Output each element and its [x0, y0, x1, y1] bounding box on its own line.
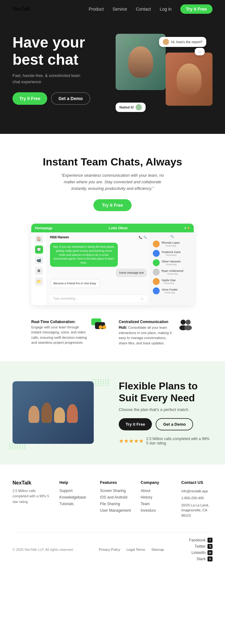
- hero-visuals: Hi, how's the report? ··· Nailed it!: [106, 34, 212, 115]
- navbar: NexTalk Product Service Contact Log in T…: [0, 0, 225, 18]
- nav-login[interactable]: Log in: [160, 7, 172, 12]
- hero-section: Have your best chat Fast, hassle-free, &…: [0, 18, 225, 134]
- svg-point-5: [186, 320, 191, 325]
- hero-headline: Have your best chat: [12, 34, 100, 68]
- svg-point-7: [184, 325, 192, 330]
- footer-help-col: Help Support Knowledgebase Tutorials: [59, 480, 91, 520]
- contact-6: Vince FowlerYesterday: [153, 287, 191, 294]
- slack-link[interactable]: Slack S: [197, 556, 212, 561]
- chat-ui-header: Homepage Lotte Oliver ⚙ 🔔: [31, 224, 194, 232]
- rating-text: 2.5 Million calls completed with a 98% 5…: [146, 437, 212, 445]
- feature-collaboration: Real-Time Collaboration: Engage with you…: [31, 318, 106, 346]
- chats-section: Instant Team Chats, Always "Experience s…: [0, 134, 225, 361]
- footer: NexTalk 2.5 Million calls completed with…: [0, 464, 225, 568]
- features-list: Real-Time Collaboration: Engage with you…: [31, 318, 194, 346]
- footer-phone: 1-800-200-400: [181, 495, 212, 501]
- footer-screen-sharing-link[interactable]: Screen Sharing: [100, 489, 131, 493]
- hero-images: Hi, how's the report? ··· Nailed it!: [106, 34, 212, 115]
- footer-company-col: Company About History Team Investors: [141, 480, 172, 520]
- linkedin-icon: in: [208, 550, 212, 555]
- plans-image-area: [12, 381, 106, 444]
- footer-support-link[interactable]: Support: [59, 489, 91, 493]
- legal-terms-link[interactable]: Legal Terms: [127, 548, 145, 551]
- plans-try-button[interactable]: Try it Free: [119, 418, 152, 430]
- footer-investors-link[interactable]: Investors: [141, 508, 172, 513]
- social-links: Facebook f Twitter 𝕏 LinkedIn in Slack S: [189, 538, 212, 561]
- avatar-4: [153, 269, 160, 276]
- footer-top: NexTalk 2.5 Million calls completed with…: [12, 480, 212, 520]
- chat-input-area: Type something... ▷: [50, 295, 147, 302]
- avatar-1: [153, 241, 160, 247]
- chats-try-button[interactable]: Try it Free: [93, 199, 132, 211]
- footer-logo: NexTalk: [12, 480, 50, 486]
- message-2: Some message text: [116, 269, 147, 277]
- feature1-text: Engage with your team through instant me…: [31, 325, 87, 345]
- footer-user-mgmt-link[interactable]: User Management: [100, 508, 131, 513]
- hero-typing-indicator: ···: [195, 48, 205, 55]
- hero-woman-image: [116, 34, 166, 90]
- badge-avatar: [136, 104, 142, 110]
- twitter-icon: 𝕏: [208, 544, 212, 549]
- linkedin-link[interactable]: LinkedIn in: [192, 550, 212, 555]
- sidebar-files-icon[interactable]: 📁: [35, 277, 43, 286]
- nav-try-button[interactable]: Try it Free: [180, 4, 212, 14]
- facebook-link[interactable]: Facebook f: [189, 538, 212, 543]
- avatar-3: [153, 259, 160, 266]
- collaboration-icon: [91, 318, 106, 333]
- facebook-icon: f: [208, 538, 212, 543]
- dot-decoration: [123, 37, 140, 46]
- plans-buttons: Try it Free Get a Demo: [119, 418, 212, 430]
- nav-contact[interactable]: Contact: [136, 7, 151, 12]
- plans-section: Flexible Plans to Suit Every Need Choose…: [0, 361, 225, 464]
- send-icon[interactable]: ▷: [141, 297, 144, 300]
- privacy-policy-link[interactable]: Privacy Policy: [99, 548, 120, 551]
- hero-subtext: Fast, hassle-free, & unrestricted team c…: [12, 73, 88, 85]
- avatar-2: [153, 250, 160, 257]
- twitter-link[interactable]: Twitter 𝕏: [195, 544, 212, 549]
- chat-user-label: Lotte Oliver: [109, 226, 128, 230]
- sitemap-link[interactable]: Sitemap: [151, 548, 164, 551]
- feature-hub: Centralized Communication Hub: Consolida…: [119, 318, 194, 346]
- nav-product[interactable]: Product: [89, 7, 104, 12]
- hero-content: Have your best chat Fast, hassle-free, &…: [12, 34, 100, 105]
- footer-history-link[interactable]: History: [141, 495, 172, 499]
- chat-left-sidebar: 🏠 💬 📹 ⚙ 📁: [31, 232, 47, 305]
- linkedin-label: LinkedIn: [192, 550, 206, 555]
- slack-icon: S: [208, 556, 212, 561]
- footer-contact-col: Contact US info@nextalk.app 1-800-200-40…: [181, 480, 212, 520]
- footer-file-sharing-link[interactable]: File Sharing: [100, 502, 131, 506]
- nav-logo: NexTalk: [12, 6, 30, 12]
- footer-company-title: Company: [141, 480, 172, 485]
- hero-man-image: [166, 53, 212, 106]
- footer-brand-text: 2.5 Million calls completed with a 98% 5…: [12, 488, 50, 505]
- hero-try-button[interactable]: Try it Free: [12, 92, 47, 105]
- footer-kb-link[interactable]: Knowledgebase: [59, 495, 91, 499]
- footer-team-link[interactable]: Team: [141, 502, 172, 506]
- chat-contact-header: Hildi Hansen 📞 🔍: [50, 236, 147, 239]
- chat-main-area: Hildi Hansen 📞 🔍 Hey, if you are interes…: [47, 232, 150, 305]
- typing-dots: ···: [52, 290, 147, 293]
- feature1-title: Real-Time Collaboration:: [31, 320, 76, 324]
- sidebar-home-icon: 🏠: [35, 235, 43, 243]
- chat-home-label: Homepage: [35, 226, 52, 230]
- nav-service[interactable]: Service: [112, 7, 127, 12]
- footer-tutorials-link[interactable]: Tutorials: [59, 502, 91, 506]
- footer-about-link[interactable]: About: [141, 489, 172, 493]
- footer-ios-link[interactable]: iOS and Android: [100, 495, 131, 499]
- svg-point-3: [102, 325, 106, 329]
- hero-demo-button[interactable]: Get a Demo: [51, 92, 90, 105]
- hero-nailed-badge: Nailed it!: [116, 103, 146, 112]
- svg-point-4: [181, 320, 186, 325]
- avatar-6: [153, 287, 160, 294]
- search-bar: 🔍: [153, 235, 191, 238]
- footer-email: info@nextalk.app: [181, 489, 212, 494]
- plans-dot-decoration-top: [93, 379, 109, 386]
- sidebar-chat-icon[interactable]: 💬: [35, 246, 43, 254]
- sidebar-video-icon[interactable]: 📹: [35, 256, 43, 264]
- svg-point-2: [99, 325, 102, 329]
- hero-buttons: Try it Free Get a Demo: [12, 92, 100, 105]
- sidebar-settings-icon[interactable]: ⚙: [35, 267, 43, 275]
- rating-row: ★★★★★ 2.5 Million calls completed with a…: [119, 437, 212, 445]
- footer-features-col: Features Screen Sharing iOS and Android …: [100, 480, 131, 520]
- plans-demo-button[interactable]: Get a Demo: [156, 418, 193, 430]
